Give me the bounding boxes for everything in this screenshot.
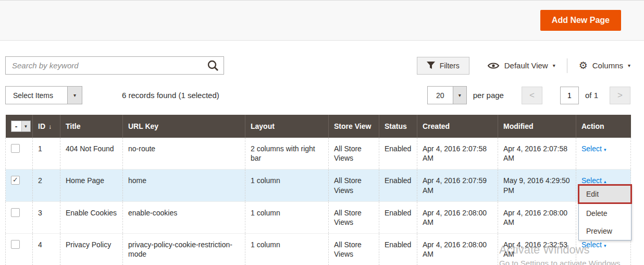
table-row-selected: ✓ 2 Home Page home 1 column All Store Vi…	[6, 170, 631, 201]
view-switcher-label: Default View	[504, 61, 548, 70]
per-page-value: 20	[428, 87, 453, 104]
cell-modified: May 9, 2016 4:29:50 PM	[498, 170, 576, 201]
toolbar-divider	[567, 58, 567, 73]
row-action-select[interactable]: Select▾	[581, 144, 606, 153]
filters-button[interactable]: Filters	[417, 57, 469, 75]
columns-control[interactable]: ⚙ Columns ▾	[579, 61, 630, 70]
columns-label: Columns	[592, 61, 623, 70]
row-action-select-open[interactable]: Select▴	[581, 176, 606, 185]
action-menu-item-edit[interactable]: Edit	[578, 184, 632, 204]
master-checkbox-indeterminate[interactable]: -	[11, 121, 21, 131]
page-header-band: Add New Page	[0, 0, 644, 41]
column-header-action: Action	[576, 115, 631, 138]
chevron-down-icon: ▾	[453, 87, 466, 104]
select-items-dropdown[interactable]: Select Items ▾	[5, 86, 82, 104]
grid-header-row: - ▼ ID↓ Title URL Key Layout Store View …	[6, 115, 631, 138]
cell-url-key: enable-cookies	[123, 201, 245, 233]
row-action-menu: Edit Delete Preview	[578, 184, 631, 240]
filters-label: Filters	[440, 62, 460, 70]
gear-icon: ⚙	[579, 61, 588, 70]
cell-layout: 1 column	[245, 201, 329, 233]
column-header-id[interactable]: ID↓	[33, 115, 60, 138]
cell-created: Apr 4, 2016 2:07:58 AM	[417, 138, 498, 170]
mass-action-bar: Select Items ▾ 6 records found (1 select…	[5, 86, 630, 104]
cell-created: Apr 4, 2016 2:07:59 AM	[417, 170, 498, 201]
chevron-up-icon: ▴	[604, 179, 606, 184]
cell-layout: 1 column	[245, 170, 329, 201]
cell-url-key: privacy-policy-cookie-restriction-mode	[123, 234, 245, 265]
column-header-created[interactable]: Created	[417, 115, 498, 138]
per-page-dropdown[interactable]: 20 ▾	[427, 86, 467, 104]
master-checkbox-cell: - ▼	[6, 115, 33, 138]
sort-descending-icon: ↓	[48, 123, 52, 130]
view-switcher[interactable]: Default View ▾	[487, 61, 555, 70]
cell-title: Enable Cookies	[60, 201, 123, 233]
column-header-status[interactable]: Status	[379, 115, 417, 138]
action-menu-item-preview[interactable]: Preview	[579, 222, 631, 240]
cell-id: 1	[33, 138, 60, 170]
row-checkbox[interactable]	[11, 144, 20, 153]
next-page-button[interactable]: >	[610, 87, 630, 104]
chevron-down-icon: ▾	[604, 243, 606, 248]
current-page-input[interactable]	[560, 87, 579, 104]
chevron-down-icon: ▾	[67, 87, 82, 104]
cell-id: 3	[33, 201, 60, 233]
row-checkbox[interactable]	[11, 208, 20, 217]
row-checkbox[interactable]	[11, 240, 20, 249]
column-header-layout[interactable]: Layout	[245, 115, 329, 138]
column-header-modified[interactable]: Modified	[498, 115, 576, 138]
chevron-down-icon: ▼	[21, 121, 30, 131]
cell-store-view: All Store Views	[329, 138, 379, 170]
table-row: 1 404 Not Found no-route 2 columns with …	[6, 138, 631, 170]
search-icon[interactable]	[207, 59, 219, 71]
cell-title: 404 Not Found	[60, 138, 123, 170]
cell-created: Apr 4, 2016 2:08:00 AM	[417, 234, 498, 265]
select-items-label: Select Items	[6, 87, 67, 104]
total-pages-label: of 1	[585, 91, 598, 100]
mass-action-left: Select Items ▾ 6 records found (1 select…	[5, 86, 219, 104]
cms-pages-grid: - ▼ ID↓ Title URL Key Layout Store View …	[5, 115, 630, 265]
grid-toolbar: Filters Default View ▾ ⚙ Columns ▾	[5, 56, 630, 75]
column-header-title[interactable]: Title	[60, 115, 123, 138]
cell-status: Enabled	[379, 170, 417, 201]
column-header-store-view[interactable]: Store View	[329, 115, 379, 138]
chevron-down-icon: ▾	[628, 63, 630, 68]
cell-title: Home Page	[60, 170, 123, 201]
row-checkbox-checked[interactable]: ✓	[11, 176, 20, 185]
column-header-url-key[interactable]: URL Key	[123, 115, 245, 138]
master-checkbox-dropdown[interactable]: - ▼	[11, 121, 31, 132]
cell-created: Apr 4, 2016 2:08:00 AM	[417, 201, 498, 233]
action-menu-item-delete[interactable]: Delete	[579, 204, 631, 222]
toolbar-right-group: Filters Default View ▾ ⚙ Columns ▾	[417, 57, 630, 75]
chevron-down-icon: ▾	[604, 147, 606, 152]
search-box	[5, 56, 224, 75]
table-row: 4 Privacy Policy privacy-policy-cookie-r…	[6, 234, 631, 265]
table-row: 3 Enable Cookies enable-cookies 1 column…	[6, 201, 631, 233]
cell-modified: Apr 4, 2016 2:08:00 AM	[498, 201, 576, 233]
cell-status: Enabled	[379, 138, 417, 170]
filter-funnel-icon	[427, 62, 435, 69]
cell-modified: Apr 4, 2016 2:07:58 AM	[498, 138, 576, 170]
cell-modified: Apr 4, 2016 2:32:53 AM	[498, 234, 576, 265]
cell-url-key: no-route	[123, 138, 245, 170]
add-new-page-button[interactable]: Add New Page	[540, 10, 621, 31]
per-page-label: per page	[473, 91, 504, 100]
cell-store-view: All Store Views	[329, 170, 379, 201]
previous-page-button[interactable]: <	[522, 87, 542, 104]
cell-layout: 2 columns with right bar	[245, 138, 329, 170]
cell-layout: 1 column	[245, 234, 329, 265]
search-input[interactable]	[5, 56, 224, 75]
chevron-down-icon: ▾	[553, 63, 555, 68]
cell-status: Enabled	[379, 201, 417, 233]
cell-title: Privacy Policy	[60, 234, 123, 265]
cell-id: 4	[33, 234, 60, 265]
records-summary: 6 records found (1 selected)	[122, 91, 219, 100]
cell-url-key: home	[123, 170, 245, 201]
cell-id: 2	[33, 170, 60, 201]
cell-store-view: All Store Views	[329, 234, 379, 265]
cell-store-view: All Store Views	[329, 201, 379, 233]
eye-icon	[487, 62, 500, 70]
pagination-controls: 20 ▾ per page < of 1 >	[427, 86, 630, 104]
cell-status: Enabled	[379, 234, 417, 265]
row-action-select[interactable]: Select▾	[581, 240, 606, 249]
